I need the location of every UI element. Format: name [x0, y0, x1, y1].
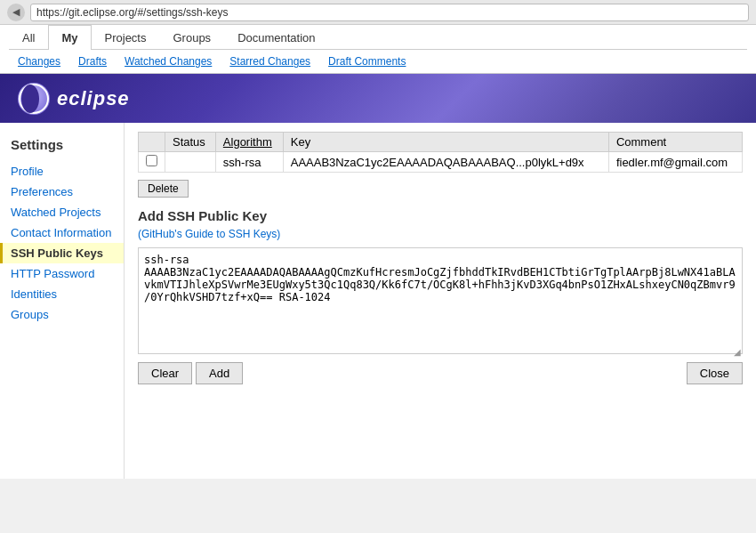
page-title: Settings: [0, 132, 124, 161]
sidebar: Settings Profile Preferences Watched Pro…: [0, 123, 125, 479]
main-tabs: All My Projects Groups Documentation: [9, 25, 747, 50]
tab-all[interactable]: All: [9, 25, 48, 50]
sidebar-item-preferences[interactable]: Preferences: [0, 182, 124, 202]
sub-tab-drafts[interactable]: Drafts: [69, 53, 116, 69]
page-content: Settings Profile Preferences Watched Pro…: [0, 123, 756, 479]
eclipse-logo-text: eclipse: [57, 87, 130, 110]
main-area: Status Algorithm Key Comment ssh-rsa AAA…: [125, 123, 756, 479]
left-buttons: Clear Add: [138, 362, 243, 384]
sub-tabs: Changes Drafts Watched Changes Starred C…: [9, 50, 747, 73]
sub-tab-watched-changes[interactable]: Watched Changes: [116, 53, 221, 69]
url-bar[interactable]: [30, 4, 749, 21]
sidebar-item-ssh-public-keys[interactable]: SSH Public Keys: [0, 243, 124, 263]
row-checkbox[interactable]: [146, 155, 157, 166]
row-key: AAAAB3NzaC1yc2EAAAADAQABAAABAQ...p0lykL+…: [283, 152, 608, 173]
sidebar-item-identities[interactable]: Identities: [0, 284, 124, 304]
table-header-comment: Comment: [608, 133, 742, 152]
top-nav: All My Projects Groups Documentation Cha…: [0, 25, 756, 74]
tab-documentation[interactable]: Documentation: [224, 25, 328, 50]
sidebar-item-groups[interactable]: Groups: [0, 304, 124, 325]
sub-tab-starred-changes[interactable]: Starred Changes: [221, 53, 319, 69]
eclipse-logo: eclipse: [18, 83, 130, 115]
ssh-keys-table: Status Algorithm Key Comment ssh-rsa AAA…: [138, 132, 743, 173]
table-header-status: Status: [165, 133, 216, 152]
row-checkbox-cell: [139, 152, 165, 173]
row-algorithm: ssh-rsa: [215, 152, 283, 173]
github-guide-link[interactable]: (GitHub's Guide to SSH Keys): [138, 228, 280, 240]
tab-projects[interactable]: Projects: [92, 25, 160, 50]
tab-my[interactable]: My: [48, 25, 91, 50]
back-button[interactable]: ◀: [7, 4, 25, 21]
close-button[interactable]: Close: [687, 362, 743, 384]
tab-groups[interactable]: Groups: [159, 25, 224, 50]
sidebar-item-contact-info[interactable]: Contact Information: [0, 222, 124, 243]
add-ssh-title: Add SSH Public Key: [138, 208, 743, 223]
sub-tab-draft-comments[interactable]: Draft Comments: [319, 53, 414, 69]
add-button[interactable]: Add: [196, 362, 243, 384]
bottom-buttons: Clear Add Close: [138, 362, 743, 384]
table-header-checkbox: [139, 133, 165, 152]
table-header-algorithm[interactable]: Algorithm: [215, 133, 283, 152]
table-row: ssh-rsa AAAAB3NzaC1yc2EAAAADAQABAAABAQ..…: [139, 152, 743, 173]
clear-button[interactable]: Clear: [138, 362, 192, 384]
eclipse-logo-icon: [18, 83, 50, 115]
sidebar-item-watched-projects[interactable]: Watched Projects: [0, 202, 124, 222]
eclipse-header: eclipse: [0, 74, 756, 123]
sidebar-item-http-password[interactable]: HTTP Password: [0, 263, 124, 284]
ssh-key-input[interactable]: [138, 247, 743, 354]
browser-bar: ◀: [0, 0, 756, 25]
textarea-wrapper: ◢: [138, 240, 743, 357]
sub-tab-changes[interactable]: Changes: [9, 53, 69, 69]
row-status: [165, 152, 216, 173]
sidebar-item-profile[interactable]: Profile: [0, 161, 124, 182]
svg-point-1: [21, 85, 39, 113]
table-header-key: Key: [283, 133, 608, 152]
delete-button[interactable]: Delete: [138, 180, 189, 198]
row-comment: fiedler.mf@gmail.com: [608, 152, 742, 173]
resize-handle: ◢: [734, 348, 743, 357]
